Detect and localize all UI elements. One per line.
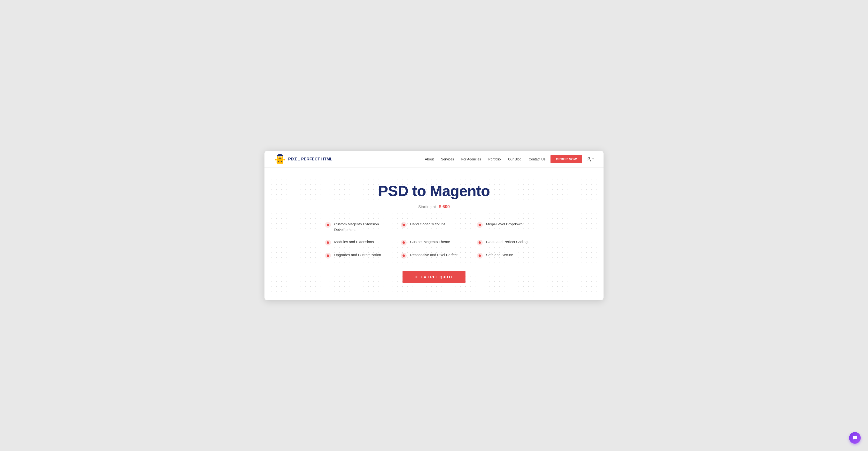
logo-icon: </> (274, 153, 286, 165)
feature-item: Custom Magento Theme (401, 239, 467, 245)
feature-dot-inner (403, 224, 405, 226)
nav-link-contact-us[interactable]: Contact Us (529, 157, 546, 161)
nav-link-for-agencies[interactable]: For Agencies (461, 157, 481, 161)
feature-dot (325, 253, 331, 259)
feature-dot (477, 253, 483, 259)
feature-dot-inner (478, 224, 481, 226)
nav-item-our-blog[interactable]: Our Blog (508, 157, 521, 161)
feature-text: Upgrades and Customization (334, 252, 381, 258)
nav-item-about[interactable]: About (425, 157, 434, 161)
svg-rect-9 (275, 159, 277, 160)
feature-item: Modules and Extensions (325, 239, 391, 245)
user-account-button[interactable]: ▾ (586, 156, 594, 162)
hero-price: $ 600 (439, 204, 450, 209)
hero-section: PSD to Magento Starting at $ 600 Custom … (265, 168, 603, 300)
get-free-quote-button[interactable]: GET A FREE QUOTE (403, 271, 466, 283)
feature-item: Hand Coded Markups (401, 221, 467, 232)
chat-bubble-button[interactable] (849, 432, 861, 444)
navbar: </> PIXEL PERFECT HTML Abo (265, 151, 603, 168)
features-grid: Custom Magento Extension DevelopmentHand… (325, 221, 543, 259)
feature-text: Safe and Secure (486, 252, 513, 258)
nav-link-our-blog[interactable]: Our Blog (508, 157, 521, 161)
feature-text: Responsive and Pixel Perfect (410, 252, 458, 258)
feature-dot-inner (478, 241, 481, 244)
feature-dot-inner (327, 224, 329, 226)
nav-item-portfolio[interactable]: Portfolio (488, 157, 501, 161)
svg-point-6 (281, 156, 282, 157)
svg-rect-10 (283, 159, 285, 160)
feature-item: Safe and Secure (477, 252, 543, 259)
feature-dot-inner (403, 241, 405, 244)
hero-title: PSD to Magento (274, 182, 594, 200)
user-icon (586, 156, 591, 162)
feature-item: Custom Magento Extension Development (325, 221, 391, 232)
feature-dot (401, 253, 407, 259)
nav-link-portfolio[interactable]: Portfolio (488, 157, 501, 161)
nav-item-for-agencies[interactable]: For Agencies (461, 157, 481, 161)
feature-item: Clean and Perfect Coding (477, 239, 543, 245)
feature-text: Mega-Level Dropdown (486, 221, 523, 227)
svg-rect-8 (277, 155, 283, 156)
feature-dot (325, 240, 331, 245)
feature-dot-inner (327, 241, 329, 244)
svg-point-5 (279, 156, 279, 157)
cta-area: GET A FREE QUOTE (274, 271, 594, 283)
hero-subtitle: Starting at $ 600 (274, 204, 594, 209)
nav-links: About Services For Agencies Portfolio Ou… (425, 157, 546, 161)
feature-dot-inner (478, 254, 481, 257)
feature-item: Mega-Level Dropdown (477, 221, 543, 232)
nav-divider (548, 156, 548, 163)
feature-text: Custom Magento Extension Development (334, 221, 391, 232)
nav-link-services[interactable]: Services (441, 157, 454, 161)
feature-dot (325, 222, 331, 228)
feature-item: Responsive and Pixel Perfect (401, 252, 467, 259)
subtitle-line-left (406, 207, 415, 207)
feature-text: Custom Magento Theme (410, 239, 450, 245)
feature-dot-inner (403, 254, 405, 257)
user-dropdown-arrow: ▾ (592, 157, 594, 161)
nav-item-contact-us[interactable]: Contact Us (529, 157, 546, 161)
feature-item: Upgrades and Customization (325, 252, 391, 259)
svg-point-11 (588, 157, 589, 159)
subtitle-line-right (453, 207, 462, 207)
order-now-button[interactable]: ORDER NOW (551, 155, 582, 163)
feature-text: Modules and Extensions (334, 239, 374, 245)
logo-text: PIXEL PERFECT HTML (288, 157, 333, 161)
feature-dot (401, 240, 407, 245)
browser-window: </> PIXEL PERFECT HTML Abo (265, 151, 603, 300)
feature-dot (401, 222, 407, 228)
svg-text:</>: </> (278, 160, 282, 163)
feature-text: Clean and Perfect Coding (486, 239, 528, 245)
logo[interactable]: </> PIXEL PERFECT HTML (274, 153, 333, 165)
feature-text: Hand Coded Markups (410, 221, 445, 227)
starting-at-label: Starting at (418, 205, 436, 209)
nav-link-about[interactable]: About (425, 157, 434, 161)
feature-dot (477, 222, 483, 228)
feature-dot-inner (327, 254, 329, 257)
chat-icon (852, 435, 858, 441)
nav-item-services[interactable]: Services (441, 157, 454, 161)
feature-dot (477, 240, 483, 245)
